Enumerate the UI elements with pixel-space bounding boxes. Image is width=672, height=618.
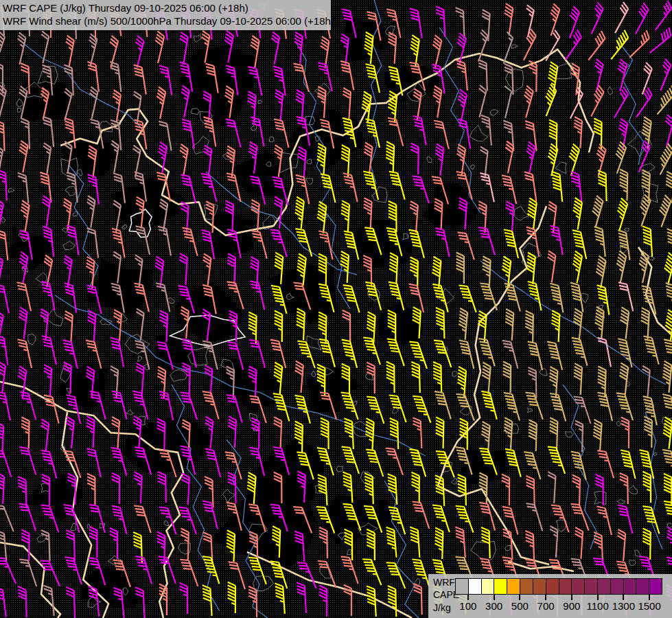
cape-legend: WRF CAPE J/kg 10030050070090011001300150… [428,574,672,618]
cape-tick [519,595,520,600]
cape-tick-label: 1500 [638,600,660,612]
cape-tick [623,595,624,600]
cape-tick [571,595,572,600]
cape-tick [649,595,650,600]
cape-scale-cell [649,579,662,594]
cape-scale-cell [469,579,482,594]
cape-scale-cell [585,579,598,594]
cape-tick-label: 700 [537,600,555,612]
cape-scale-cell [636,579,649,594]
title-line-shear: WRF Wind shear (m/s) 500/1000hPa Thursda… [3,14,328,27]
wrf-map-canvas [0,0,672,618]
cape-scale-cell [624,579,637,594]
legend-label-unit: J/kg [433,603,451,613]
cape-tick [597,595,599,600]
cape-scale-cell [456,579,469,594]
cape-tick-label: 300 [485,600,502,612]
cape-scale-cell [611,579,624,594]
cape-tick-label: 100 [459,600,476,612]
cape-tick [545,595,546,600]
cape-scale-cell [559,579,572,594]
weather-map-stage: WRF CAPE (J/kg) Thursday 09-10-2025 06:0… [0,0,672,618]
legend-label-wrf: WRF [433,577,455,588]
cape-scale-cell [572,579,585,594]
cape-tick-label: 900 [563,600,580,612]
cape-scale-cell [507,579,520,594]
cape-scale-cell [494,579,507,594]
cape-tick [494,595,495,600]
title-line-cape: WRF CAPE (J/kg) Thursday 09-10-2025 06:0… [3,1,328,14]
cape-colorbar [455,578,662,595]
cape-scale-cell [482,579,495,594]
title-overlay: WRF CAPE (J/kg) Thursday 09-10-2025 06:0… [0,0,331,30]
cape-scale-cell [598,579,611,594]
cape-tick-label: 500 [511,600,529,612]
cape-tick [467,595,469,600]
cape-scale-cell [533,579,546,594]
cape-tick-label: 1100 [586,600,608,612]
cape-scale-cell [520,579,533,594]
cape-scale-cell [546,579,559,594]
cape-tick-label: 1300 [612,600,635,612]
